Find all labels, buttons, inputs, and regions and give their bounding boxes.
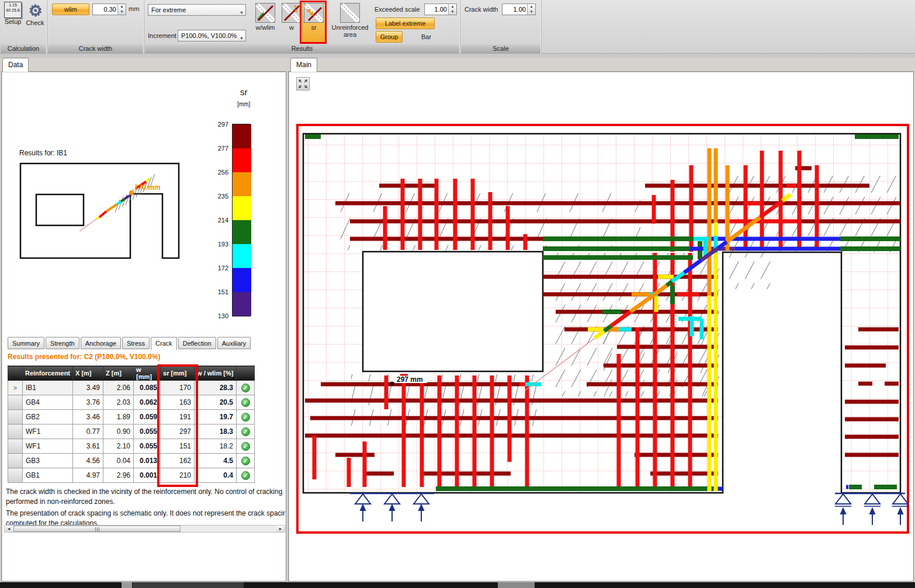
column-header[interactable]: X [m] [73,366,103,381]
main-panel: 297 mm [288,71,914,582]
table-row[interactable]: WF10.770.900.05529718.3✓ [8,425,255,439]
setup-button[interactable]: 1.1590 25.8 Setup [1,2,25,25]
column-header[interactable]: Z [m] [103,366,134,381]
ribbon-divider [0,54,915,58]
chevron-down-icon: ▼ [240,33,244,44]
column-header[interactable] [237,366,255,381]
table-cell: 0.059 [134,410,161,425]
scale-tick-label: 130 [218,312,228,319]
table-cell: 0.77 [73,425,103,439]
tab-data[interactable]: Data [2,58,29,72]
group-label-crack-width: Crack width [48,44,143,53]
w-button[interactable]: w [280,3,303,31]
status-ok-icon: ✓ [241,384,250,392]
table-cell [8,395,23,410]
ribbon-group-crack-width: wlim 0.30 ▲▼ mm Crack width [47,0,144,54]
tab-summary[interactable]: Summary [8,337,44,349]
table-row[interactable]: WF13.612.100.05515118.2✓ [8,439,255,454]
table-cell: 170 [161,381,195,395]
scroll-left-button[interactable]: ◄ [5,526,13,532]
taskbar-strip [0,582,915,588]
sr-label: sr [303,24,324,31]
group-label-scale: Scale [461,44,540,53]
tab-auxiliary[interactable]: Auxiliary [217,337,251,349]
table-cell: WF1 [23,439,73,454]
data-panel: Results for: IB1 170 mm sr [1,71,286,582]
color-scale-labels: 297277256235214193172151130 [210,124,228,317]
status-ok-icon: ✓ [241,442,250,451]
sr-button[interactable]: sr [303,3,324,31]
table-cell: 28.3 [195,381,237,395]
increment-combo[interactable]: P100.0%, V100.0% ▼ [178,30,246,41]
scale-crack-width-spinner[interactable]: 1.00 ▲▼ [502,4,536,15]
table-cell: 162 [161,454,195,468]
scale-crack-width-value[interactable]: 1.00 [504,4,526,15]
table-row[interactable]: GB43.762.030.06216320.5✓ [8,395,255,410]
column-header[interactable]: w [mm] [134,366,161,381]
status-cell: ✓ [237,439,255,454]
unreinforced-area-icon [340,3,360,23]
scale-segment [233,292,251,316]
scale-segment [233,268,251,292]
exceeded-scale-spin-buttons[interactable]: ▲▼ [448,4,456,15]
table-cell [8,439,23,454]
scrollbar-thumb[interactable] [13,526,181,532]
ribbon-group-results: For extreme ▼ Increment P100.0%, V100.0%… [144,0,460,54]
main-drawing-canvas[interactable]: 297 mm [289,72,913,581]
column-header[interactable]: w / wlim [%] [195,366,237,381]
table-cell: WF1 [23,425,73,439]
supports [350,493,908,506]
column-header[interactable]: sr [mm] [161,366,195,381]
table-cell: 0.04 [103,454,134,468]
tab-crack[interactable]: Crack [151,337,177,350]
scale-spin-buttons[interactable]: ▲▼ [527,4,535,15]
wlim-spin-buttons[interactable]: ▲▼ [117,4,126,15]
unreinforced-area-label: Unreinforced area [328,24,372,38]
tab-deflection[interactable]: Deflection [178,337,216,349]
table-cell: IB1 [23,381,73,395]
tab-stress[interactable]: Stress [122,337,150,349]
unreinforced-area-button[interactable]: Unreinforced area [328,3,372,38]
wlim-toggle[interactable]: wlim [52,4,89,15]
table-row[interactable]: >IB13.492.060.08517028.3✓ [8,381,255,395]
column-header[interactable] [8,366,23,381]
table-cell: 3.76 [73,395,103,410]
wlim-unit-label: mm [129,5,139,12]
scroll-right-button[interactable]: ► [276,526,285,532]
table-cell: 0.4 [195,468,237,483]
w-wlim-label: w/wlim [252,24,279,31]
w-wlim-button[interactable]: w/wlim [252,3,279,31]
tab-strength[interactable]: Strength [46,337,79,349]
status-cell: ✓ [237,425,255,439]
scale-segment [233,124,251,148]
table-row[interactable]: GB14.972.960.0012100.4✓ [8,468,255,483]
group-label-results: Results [145,44,459,53]
check-button[interactable]: ⚙ Check [23,2,47,26]
gear-icon: ⚙ [28,2,42,19]
preview-annotation: 170 mm [134,183,161,192]
exceeded-scale-label: Exceeded scale [375,6,420,13]
color-scale-bar [232,124,251,316]
status-cell: ✓ [237,395,255,410]
column-header[interactable]: Reinforcement [23,366,73,381]
chevron-down-icon: ▼ [240,8,244,18]
for-extreme-combo[interactable]: For extreme ▼ [148,4,246,16]
status-cell: ✓ [237,468,255,483]
label-extreme-toggle[interactable]: Label extreme [376,18,435,29]
scale-segment [233,172,251,196]
exceeded-scale-spinner[interactable]: 1.00 ▲▼ [424,4,457,15]
table-cell: 0.085 [134,381,161,395]
table-row[interactable]: GB34.560.040.0131624.5✓ [8,454,255,468]
horizontal-scrollbar[interactable]: ◄ ► [4,525,285,533]
tab-main[interactable]: Main [290,58,317,72]
wlim-spinner[interactable]: 0.30 ▲▼ [92,4,126,15]
wlim-value[interactable]: 0.30 [94,4,116,15]
preview-drawing: 170 mm [12,158,188,266]
table-cell [8,454,23,468]
table-cell [8,410,23,425]
table-row[interactable]: GB23.461.890.05919119.7✓ [8,410,255,425]
result-tabs: SummaryStrengthAnchorageStressCrackDefle… [8,337,252,350]
exceeded-scale-value[interactable]: 1.00 [426,4,447,15]
group-toggle[interactable]: Group [376,31,403,43]
tab-anchorage[interactable]: Anchorage [81,337,121,349]
